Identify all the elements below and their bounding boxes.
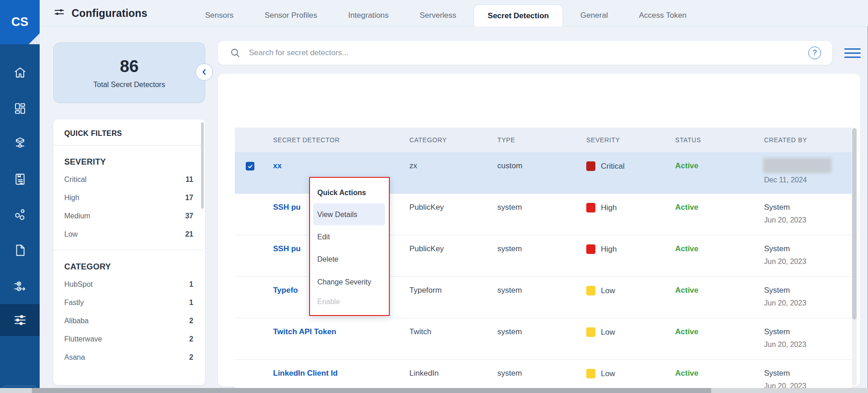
severity-swatch-low xyxy=(586,286,595,295)
col-severity: SEVERITY xyxy=(586,128,620,152)
severity-cell: Critical xyxy=(586,161,625,171)
filter-category-alibaba[interactable]: Alibaba 2 xyxy=(53,312,205,330)
category-cell: PublicKey xyxy=(409,244,444,253)
cube-network-icon xyxy=(13,136,27,150)
hexagons-icon xyxy=(13,208,27,222)
total-detectors-card: 86 Total Secret Detectors xyxy=(53,42,205,103)
app-logo-text: CS xyxy=(11,15,29,29)
sidebar-item-dashboard[interactable] xyxy=(0,95,40,122)
filter-category-fastly[interactable]: Fastly 1 xyxy=(53,294,205,312)
home-icon xyxy=(13,66,27,79)
horizontal-scrollbar-thumb[interactable] xyxy=(32,388,711,393)
row-checkbox-checked[interactable] xyxy=(246,162,254,171)
category-cell: LinkedIn xyxy=(409,369,439,378)
type-cell: system xyxy=(497,203,522,212)
severity-cell: Low xyxy=(586,286,615,295)
table-scrollbar-thumb[interactable] xyxy=(852,128,857,320)
redacted-author xyxy=(763,158,832,173)
sidebar-item-reports[interactable] xyxy=(0,166,40,192)
tab-sensors[interactable]: Sensors xyxy=(191,5,247,26)
created-date: Dec 11, 2024 xyxy=(764,176,807,184)
status-badge: Active xyxy=(675,369,698,378)
help-icon[interactable]: ? xyxy=(808,47,821,59)
quick-actions-title: Quick Actions xyxy=(317,189,366,197)
status-badge: Active xyxy=(675,244,698,253)
top-header: Configurations Sensors Sensor Profiles I… xyxy=(40,0,868,26)
tab-sensor-profiles[interactable]: Sensor Profiles xyxy=(251,5,331,26)
sidebar-item-home[interactable] xyxy=(0,59,40,86)
tab-integrations[interactable]: Integrations xyxy=(335,5,403,26)
detector-link[interactable]: SSH pu xyxy=(273,244,300,253)
filter-category-hubspot[interactable]: HubSpot 1 xyxy=(53,275,205,294)
severity-cell: High xyxy=(586,244,617,254)
search-icon xyxy=(230,47,241,58)
sidebar-item-workflows[interactable] xyxy=(0,273,40,300)
menu-icon[interactable] xyxy=(844,48,861,60)
detector-link[interactable]: xx xyxy=(273,161,282,171)
collapse-panel-button[interactable] xyxy=(196,63,213,81)
created-date: Jun 20, 2023 xyxy=(764,216,806,224)
severity-cell: Low xyxy=(586,327,615,337)
app-logo[interactable]: CS xyxy=(0,0,40,44)
table-scrollbar-track[interactable] xyxy=(852,128,857,386)
detector-link[interactable]: SSH pu xyxy=(273,203,300,212)
created-date: Jun 20, 2023 xyxy=(764,341,806,349)
check-icon xyxy=(248,164,253,169)
created-date: Jun 20, 2023 xyxy=(764,299,806,307)
menu-item-enable-disabled: Enable xyxy=(317,298,340,306)
menu-item-change-severity[interactable]: Change Severity xyxy=(317,278,371,286)
sidebar-item-integrations[interactable] xyxy=(0,202,40,228)
category-section-title: CATEGORY xyxy=(53,250,205,275)
status-badge: Active xyxy=(675,286,698,295)
status-badge: Active xyxy=(675,161,698,171)
col-status: STATUS xyxy=(675,128,701,152)
workflow-icon xyxy=(13,279,27,293)
filter-severity-medium[interactable]: Medium 37 xyxy=(53,207,205,225)
tab-secret-detection[interactable]: Secret Detection xyxy=(474,5,563,26)
search-input[interactable] xyxy=(249,48,808,57)
search-bar: ? xyxy=(218,41,832,65)
category-cell: zx xyxy=(409,161,417,171)
tab-general[interactable]: General xyxy=(567,5,621,26)
status-badge: Active xyxy=(675,203,698,212)
filter-severity-low[interactable]: Low 21 xyxy=(53,225,205,243)
chevron-left-icon xyxy=(201,68,208,76)
filter-severity-high[interactable]: High 17 xyxy=(53,189,205,207)
menu-item-edit[interactable]: Edit xyxy=(317,233,330,241)
severity-swatch-high xyxy=(586,244,595,254)
configurations-icon xyxy=(53,6,65,20)
dashboard-icon xyxy=(13,102,27,115)
type-cell: system xyxy=(497,286,522,295)
detector-link[interactable]: Typefo xyxy=(273,286,298,295)
col-category: CATEGORY xyxy=(409,128,447,152)
menu-item-delete[interactable]: Delete xyxy=(317,255,338,264)
menu-item-view-details[interactable]: View Details xyxy=(317,211,357,219)
table-header: SECRET DETECTOR CATEGORY TYPE SEVERITY S… xyxy=(235,128,852,152)
created-by-cell: System Jun 20, 2023 xyxy=(764,235,852,277)
type-cell: system xyxy=(497,244,522,253)
created-by-cell: System Jun 20, 2023 xyxy=(764,318,852,360)
sidebar-item-documents[interactable] xyxy=(0,237,40,264)
sidebar-item-configurations[interactable] xyxy=(0,304,40,336)
tab-serverless[interactable]: Serverless xyxy=(406,5,470,26)
filter-category-flutterwave[interactable]: Flutterwave 2 xyxy=(53,330,205,348)
table-row[interactable]: Twitch API Token Twitch system Low Activ… xyxy=(235,318,852,360)
severity-swatch-high xyxy=(586,203,595,212)
page-title: Configurations xyxy=(72,7,147,20)
quick-filters-panel: QUICK FILTERS SEVERITY Critical 11 High … xyxy=(53,119,205,385)
severity-swatch-low xyxy=(586,327,595,337)
category-cell: Twitch xyxy=(409,327,431,336)
total-detectors-label: Total Secret Detectors xyxy=(93,81,165,89)
horizontal-scrollbar-track[interactable] xyxy=(0,388,868,393)
detector-link[interactable]: LinkedIn Client Id xyxy=(273,369,338,378)
tab-access-token[interactable]: Access Token xyxy=(625,5,700,26)
detector-link[interactable]: Twitch API Token xyxy=(273,327,336,336)
severity-cell: High xyxy=(586,203,617,212)
filters-scrollbar[interactable] xyxy=(201,122,204,209)
filter-category-asana[interactable]: Asana 2 xyxy=(53,348,205,367)
sidebar-item-assets[interactable] xyxy=(0,130,40,156)
filter-severity-critical[interactable]: Critical 11 xyxy=(53,171,205,189)
created-by-cell: System Jun 20, 2023 xyxy=(764,277,852,318)
type-cell: custom xyxy=(497,161,522,171)
report-icon xyxy=(13,172,27,186)
